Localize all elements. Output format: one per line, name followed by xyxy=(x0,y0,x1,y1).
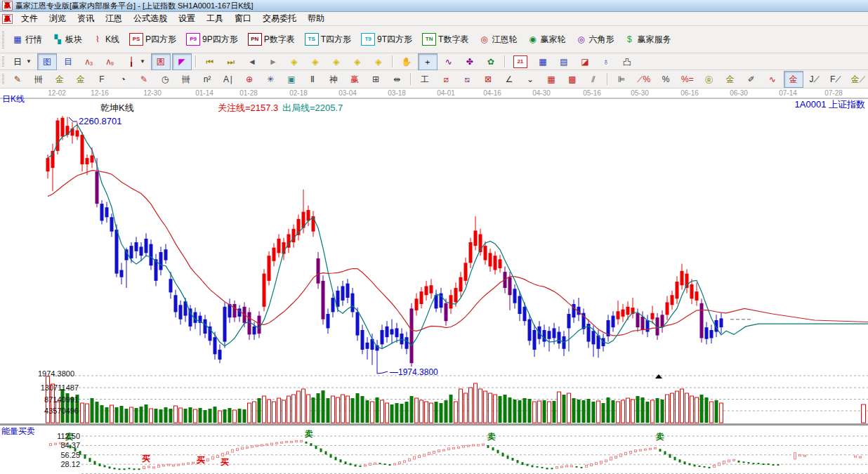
circle-cross-button[interactable]: ⊕ xyxy=(239,71,259,88)
menu-item-帮助[interactable]: 帮助 xyxy=(302,11,330,26)
gold-angle-button[interactable]: 金⟋ xyxy=(847,71,868,88)
menu-item-公式选股[interactable]: 公式选股 xyxy=(128,11,173,26)
menu-item-窗口[interactable]: 窗口 xyxy=(229,11,257,26)
winner-service-button[interactable]: $赢家服务 xyxy=(619,31,675,48)
red-grid-button[interactable]: ▦ xyxy=(541,71,561,88)
f-angle-button[interactable]: F⟋ xyxy=(826,71,846,88)
p-number-table-button[interactable]: PNP数字表 xyxy=(244,31,299,48)
wave-abc-button[interactable]: ∿ xyxy=(763,71,782,88)
menu-item-设置[interactable]: 设置 xyxy=(173,11,201,26)
red-grid-2-button[interactable]: ▩ xyxy=(563,71,582,88)
p9-square-button[interactable]: P99P四方形 xyxy=(182,31,242,48)
gold-comb-button[interactable]: 金 xyxy=(50,71,70,88)
square-target-button[interactable]: ▣ xyxy=(282,71,301,88)
box-rays-button[interactable]: ⊠ xyxy=(478,71,498,88)
chart-canvas[interactable]: 12-0212-1612-3001-1401-2802-1803-0403-18… xyxy=(0,88,868,474)
menu-item-浏览[interactable]: 浏览 xyxy=(44,11,72,26)
svg-text:05-16: 05-16 xyxy=(583,89,601,97)
calculator-button[interactable]: ▦ xyxy=(533,53,553,70)
prev-bar-button-icon: ◄ xyxy=(246,56,258,67)
prev-bar-button[interactable]: ◄ xyxy=(242,53,262,70)
fit-all-button[interactable]: ◈ xyxy=(369,53,388,70)
pan-left-button[interactable]: ◈ xyxy=(284,53,304,70)
fan-lines-button[interactable]: ⧄ xyxy=(436,71,456,88)
v-line-button-icon: ⌄ xyxy=(525,74,536,85)
trendline-tool-button[interactable]: ∿ xyxy=(439,53,459,70)
ying-comb-button[interactable]: 赢 xyxy=(345,71,364,88)
p-square-button[interactable]: PSP四方形 xyxy=(125,31,180,48)
t9-square-button[interactable]: T99T四方形 xyxy=(357,31,416,48)
marker-pen-button[interactable]: ✐ xyxy=(742,71,761,88)
next-bar-button[interactable]: ► xyxy=(263,53,283,70)
zoom-out-h-button[interactable]: ◈ xyxy=(327,53,346,70)
notes-button[interactable]: ▤ xyxy=(554,53,574,70)
menu-item-工具[interactable]: 工具 xyxy=(201,11,229,26)
shen-comb-button[interactable]: 神 xyxy=(324,71,343,88)
step-3-button[interactable]: ʌ₃ xyxy=(79,53,99,70)
printer-button[interactable]: 凸 xyxy=(617,53,637,70)
gold-red-button[interactable]: 金 xyxy=(784,71,803,88)
percent-line-button[interactable]: %= xyxy=(677,71,698,88)
comb-grid-button[interactable]: 卌 xyxy=(29,71,48,88)
gold-levels-button[interactable]: 金 xyxy=(721,71,740,88)
percent-button[interactable]: % xyxy=(656,71,676,88)
sectors-button[interactable]: ▚板块 xyxy=(48,31,86,48)
t-number-table-button[interactable]: TNT数字表 xyxy=(418,31,473,48)
gann-wheel-button[interactable]: ◎江恩轮 xyxy=(474,31,521,48)
shape-tool-button[interactable]: ✿ xyxy=(481,53,501,70)
quotes-button-icon: ▦ xyxy=(12,34,23,45)
signal-markers: 卖卖卖卖买买买 xyxy=(65,429,664,467)
pattern-view-button[interactable]: 图 xyxy=(37,53,57,70)
j-angle-button[interactable]: J⟋ xyxy=(805,71,824,88)
zoom-in-h-button[interactable]: ◈ xyxy=(348,53,367,70)
price-ladder-button[interactable]: ⊫ xyxy=(612,71,631,88)
span-arrows-button[interactable]: ⇹ xyxy=(387,71,407,88)
save-button[interactable]: ◪ xyxy=(575,53,595,70)
comb-grid-2-button[interactable]: 卌 xyxy=(176,71,196,88)
percent-slash-button[interactable]: ⟋% xyxy=(633,71,655,88)
pan-right-button[interactable]: ◈ xyxy=(305,53,325,70)
time-wheel-button[interactable]: ◷ xyxy=(155,71,175,88)
crosshair-tool-button[interactable]: ＋ xyxy=(418,53,438,70)
k-marks-button[interactable]: Ⅱ xyxy=(303,71,322,88)
menu-item-资讯[interactable]: 资讯 xyxy=(72,11,100,26)
draw-brush-button[interactable]: ✎ xyxy=(8,71,27,88)
hand-tool-button[interactable]: ✋ xyxy=(397,53,416,70)
gann-tool-button[interactable]: ✤ xyxy=(460,53,480,70)
parallel-lines-button[interactable]: ⫽ xyxy=(584,71,603,88)
web-link-button[interactable]: ♁ xyxy=(596,53,616,70)
qiankun-pattern-button[interactable]: 囷 xyxy=(151,53,171,70)
menu-item-文件[interactable]: 文件 xyxy=(15,11,44,26)
gong-tool-button[interactable]: 工 xyxy=(415,71,435,88)
gold-comb-2-button[interactable]: 金 xyxy=(71,71,91,88)
calendar-button[interactable]: 21 xyxy=(509,53,532,70)
info-panel-button[interactable]: 目 xyxy=(58,53,78,70)
red-brush-button[interactable]: ✎ xyxy=(134,71,154,88)
n-squared-button[interactable]: n² xyxy=(197,71,217,88)
step-9-button[interactable]: ʌ₉ xyxy=(100,53,120,70)
last-bar-button[interactable]: ⏭ xyxy=(221,53,241,70)
angle-ruler-button[interactable]: A∣ xyxy=(218,71,238,88)
box-fan-button[interactable]: ⧅ xyxy=(457,71,477,88)
f-comb-button[interactable]: F xyxy=(92,71,112,88)
menu-item-交易委托[interactable]: 交易委托 xyxy=(257,11,302,26)
v-line-button[interactable]: ⌄ xyxy=(520,71,540,88)
volume-style-button-icon: ◤ xyxy=(176,56,188,67)
period-day-button[interactable]: 日▼ xyxy=(8,53,36,70)
candle-style-button[interactable]: ╽▼ xyxy=(121,53,150,70)
hexagon-button[interactable]: ◎六角形 xyxy=(571,31,618,48)
spiral-button[interactable]: ◔ xyxy=(113,71,133,88)
kline-button[interactable]: ⌇K线 xyxy=(88,31,124,48)
star-burst-button[interactable]: ✳ xyxy=(261,71,280,88)
first-bar-button[interactable]: ⏮ xyxy=(200,53,220,70)
grid-123-button[interactable]: ⊞ xyxy=(366,71,386,88)
save-button-icon: ◪ xyxy=(579,56,591,67)
angle-line-button[interactable]: ∠ xyxy=(499,71,519,88)
volume-style-button[interactable]: ◤ xyxy=(172,53,192,70)
t-square-button[interactable]: TST四方形 xyxy=(301,31,355,48)
main-toolbar: ▦行情▚板块⌇K线PSP四方形P99P四方形PNP数字表TST四方形T99T四方… xyxy=(0,26,868,53)
gold-circle-button[interactable]: ㊎ xyxy=(699,71,719,88)
menu-item-江恩[interactable]: 江恩 xyxy=(100,11,128,26)
winner-wheel-button[interactable]: ◉赢家轮 xyxy=(522,31,570,48)
quotes-button[interactable]: ▦行情 xyxy=(8,31,46,48)
